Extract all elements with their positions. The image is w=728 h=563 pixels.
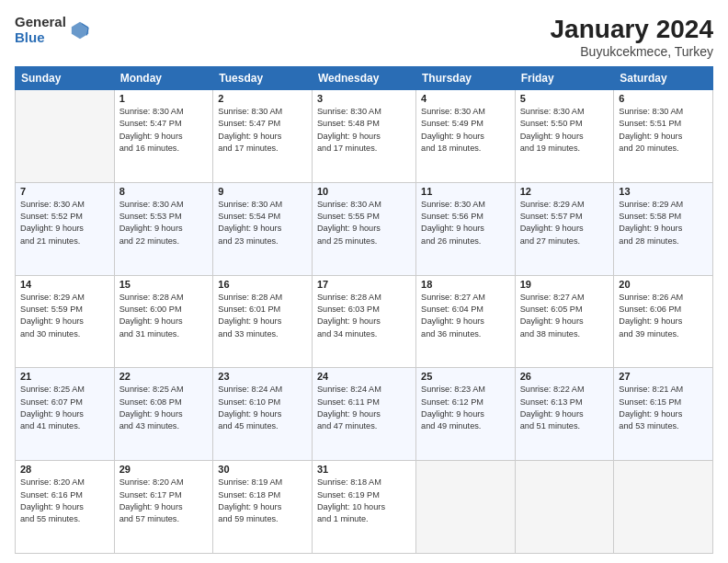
day-cell-w1-d3: 10Sunrise: 8:30 AMSunset: 5:55 PMDayligh… bbox=[312, 182, 415, 275]
day-info: Sunrise: 8:24 AMSunset: 6:11 PMDaylight:… bbox=[317, 384, 411, 432]
day-number: 8 bbox=[119, 186, 209, 197]
day-cell-w4-d3: 31Sunrise: 8:18 AMSunset: 6:19 PMDayligh… bbox=[312, 461, 415, 554]
day-info: Sunrise: 8:26 AMSunset: 6:06 PMDaylight:… bbox=[619, 292, 708, 340]
day-cell-w3-d6: 27Sunrise: 8:21 AMSunset: 6:15 PMDayligh… bbox=[614, 368, 713, 461]
header-wednesday: Wednesday bbox=[312, 67, 415, 90]
week-row-0: 1Sunrise: 8:30 AMSunset: 5:47 PMDaylight… bbox=[16, 90, 713, 183]
day-number: 1 bbox=[119, 93, 209, 104]
day-cell-w1-d5: 12Sunrise: 8:29 AMSunset: 5:57 PMDayligh… bbox=[515, 182, 614, 275]
day-info: Sunrise: 8:29 AMSunset: 5:59 PMDaylight:… bbox=[20, 292, 109, 340]
week-row-4: 28Sunrise: 8:20 AMSunset: 6:16 PMDayligh… bbox=[16, 461, 713, 554]
week-row-1: 7Sunrise: 8:30 AMSunset: 5:52 PMDaylight… bbox=[16, 182, 713, 275]
day-info: Sunrise: 8:30 AMSunset: 5:55 PMDaylight:… bbox=[317, 199, 411, 247]
logo-icon bbox=[70, 20, 90, 40]
day-info: Sunrise: 8:23 AMSunset: 6:12 PMDaylight:… bbox=[421, 384, 510, 432]
day-info: Sunrise: 8:29 AMSunset: 5:58 PMDaylight:… bbox=[619, 199, 708, 247]
day-number: 14 bbox=[20, 279, 109, 290]
day-number: 23 bbox=[218, 371, 307, 382]
day-cell-w0-d6: 6Sunrise: 8:30 AMSunset: 5:51 PMDaylight… bbox=[614, 90, 713, 183]
day-info: Sunrise: 8:20 AMSunset: 6:16 PMDaylight:… bbox=[20, 477, 109, 525]
day-cell-w4-d2: 30Sunrise: 8:19 AMSunset: 6:18 PMDayligh… bbox=[213, 461, 313, 554]
day-cell-w3-d5: 26Sunrise: 8:22 AMSunset: 6:13 PMDayligh… bbox=[515, 368, 614, 461]
day-number: 10 bbox=[317, 186, 411, 197]
day-info: Sunrise: 8:24 AMSunset: 6:10 PMDaylight:… bbox=[218, 384, 307, 432]
day-number: 29 bbox=[119, 464, 209, 475]
day-cell-w3-d0: 21Sunrise: 8:25 AMSunset: 6:07 PMDayligh… bbox=[16, 368, 115, 461]
day-cell-w2-d5: 19Sunrise: 8:27 AMSunset: 6:05 PMDayligh… bbox=[515, 275, 614, 368]
logo: General Blue bbox=[15, 15, 90, 45]
day-info: Sunrise: 8:30 AMSunset: 5:52 PMDaylight:… bbox=[20, 199, 109, 247]
day-cell-w2-d0: 14Sunrise: 8:29 AMSunset: 5:59 PMDayligh… bbox=[16, 275, 115, 368]
day-number: 24 bbox=[317, 371, 411, 382]
day-cell-w0-d3: 3Sunrise: 8:30 AMSunset: 5:48 PMDaylight… bbox=[312, 90, 415, 183]
day-info: Sunrise: 8:30 AMSunset: 5:47 PMDaylight:… bbox=[119, 106, 209, 155]
day-cell-w1-d2: 9Sunrise: 8:30 AMSunset: 5:54 PMDaylight… bbox=[213, 182, 313, 275]
day-info: Sunrise: 8:20 AMSunset: 6:17 PMDaylight:… bbox=[119, 477, 209, 525]
day-number: 15 bbox=[119, 279, 209, 290]
week-row-3: 21Sunrise: 8:25 AMSunset: 6:07 PMDayligh… bbox=[16, 368, 713, 461]
day-number: 5 bbox=[520, 93, 609, 104]
logo-blue: Blue bbox=[15, 30, 66, 46]
day-cell-w4-d1: 29Sunrise: 8:20 AMSunset: 6:17 PMDayligh… bbox=[114, 461, 213, 554]
day-info: Sunrise: 8:19 AMSunset: 6:18 PMDaylight:… bbox=[218, 477, 307, 525]
day-number: 28 bbox=[20, 464, 109, 475]
day-number: 7 bbox=[20, 186, 109, 197]
day-number: 2 bbox=[218, 93, 307, 104]
day-cell-w1-d0: 7Sunrise: 8:30 AMSunset: 5:52 PMDaylight… bbox=[16, 182, 115, 275]
logo-text: General Blue bbox=[15, 15, 66, 45]
day-cell-w3-d3: 24Sunrise: 8:24 AMSunset: 6:11 PMDayligh… bbox=[312, 368, 415, 461]
day-cell-w0-d4: 4Sunrise: 8:30 AMSunset: 5:49 PMDaylight… bbox=[416, 90, 516, 183]
day-number: 26 bbox=[520, 371, 609, 382]
day-number: 18 bbox=[421, 279, 510, 290]
day-info: Sunrise: 8:22 AMSunset: 6:13 PMDaylight:… bbox=[520, 384, 609, 432]
day-info: Sunrise: 8:25 AMSunset: 6:07 PMDaylight:… bbox=[20, 384, 109, 432]
header-sunday: Sunday bbox=[16, 67, 115, 90]
day-number: 3 bbox=[317, 93, 411, 104]
day-cell-w2-d2: 16Sunrise: 8:28 AMSunset: 6:01 PMDayligh… bbox=[213, 275, 313, 368]
day-number: 17 bbox=[317, 279, 411, 290]
day-cell-w0-d1: 1Sunrise: 8:30 AMSunset: 5:47 PMDaylight… bbox=[114, 90, 213, 183]
day-info: Sunrise: 8:30 AMSunset: 5:48 PMDaylight:… bbox=[317, 106, 411, 155]
day-number: 25 bbox=[421, 371, 510, 382]
calendar-table: Sunday Monday Tuesday Wednesday Thursday… bbox=[15, 66, 713, 554]
day-cell-w0-d0 bbox=[16, 90, 115, 183]
day-cell-w4-d5 bbox=[515, 461, 614, 554]
day-cell-w2-d1: 15Sunrise: 8:28 AMSunset: 6:00 PMDayligh… bbox=[114, 275, 213, 368]
calendar-body: 1Sunrise: 8:30 AMSunset: 5:47 PMDaylight… bbox=[16, 90, 713, 554]
day-cell-w0-d5: 5Sunrise: 8:30 AMSunset: 5:50 PMDaylight… bbox=[515, 90, 614, 183]
day-cell-w1-d1: 8Sunrise: 8:30 AMSunset: 5:53 PMDaylight… bbox=[114, 182, 213, 275]
day-info: Sunrise: 8:29 AMSunset: 5:57 PMDaylight:… bbox=[520, 199, 609, 247]
calendar-subtitle: Buyukcekmece, Turkey bbox=[551, 44, 713, 59]
day-cell-w1-d6: 13Sunrise: 8:29 AMSunset: 5:58 PMDayligh… bbox=[614, 182, 713, 275]
day-cell-w3-d2: 23Sunrise: 8:24 AMSunset: 6:10 PMDayligh… bbox=[213, 368, 313, 461]
day-info: Sunrise: 8:27 AMSunset: 6:05 PMDaylight:… bbox=[520, 292, 609, 340]
day-info: Sunrise: 8:21 AMSunset: 6:15 PMDaylight:… bbox=[619, 384, 708, 432]
day-cell-w3-d1: 22Sunrise: 8:25 AMSunset: 6:08 PMDayligh… bbox=[114, 368, 213, 461]
day-info: Sunrise: 8:18 AMSunset: 6:19 PMDaylight:… bbox=[317, 477, 411, 525]
day-number: 30 bbox=[218, 464, 307, 475]
day-info: Sunrise: 8:28 AMSunset: 6:01 PMDaylight:… bbox=[218, 292, 307, 340]
day-cell-w4-d6 bbox=[614, 461, 713, 554]
day-info: Sunrise: 8:30 AMSunset: 5:47 PMDaylight:… bbox=[218, 106, 307, 155]
calendar-title: January 2024 bbox=[551, 15, 713, 44]
day-info: Sunrise: 8:30 AMSunset: 5:56 PMDaylight:… bbox=[421, 199, 510, 247]
day-number: 16 bbox=[218, 279, 307, 290]
header-monday: Monday bbox=[114, 67, 213, 90]
day-cell-w2-d6: 20Sunrise: 8:26 AMSunset: 6:06 PMDayligh… bbox=[614, 275, 713, 368]
day-info: Sunrise: 8:30 AMSunset: 5:54 PMDaylight:… bbox=[218, 199, 307, 247]
day-number: 22 bbox=[119, 371, 209, 382]
day-cell-w4-d4 bbox=[416, 461, 516, 554]
header-tuesday: Tuesday bbox=[213, 67, 313, 90]
day-info: Sunrise: 8:27 AMSunset: 6:04 PMDaylight:… bbox=[421, 292, 510, 340]
day-cell-w2-d4: 18Sunrise: 8:27 AMSunset: 6:04 PMDayligh… bbox=[416, 275, 516, 368]
day-info: Sunrise: 8:30 AMSunset: 5:50 PMDaylight:… bbox=[520, 106, 609, 155]
title-section: January 2024 Buyukcekmece, Turkey bbox=[551, 15, 713, 59]
day-cell-w4-d0: 28Sunrise: 8:20 AMSunset: 6:16 PMDayligh… bbox=[16, 461, 115, 554]
day-number: 13 bbox=[619, 186, 708, 197]
day-number: 20 bbox=[619, 279, 708, 290]
page: General Blue January 2024 Buyukcekmece, … bbox=[0, 0, 728, 563]
day-info: Sunrise: 8:25 AMSunset: 6:08 PMDaylight:… bbox=[119, 384, 209, 432]
week-row-2: 14Sunrise: 8:29 AMSunset: 5:59 PMDayligh… bbox=[16, 275, 713, 368]
logo-general: General bbox=[15, 15, 66, 30]
day-number: 21 bbox=[20, 371, 109, 382]
